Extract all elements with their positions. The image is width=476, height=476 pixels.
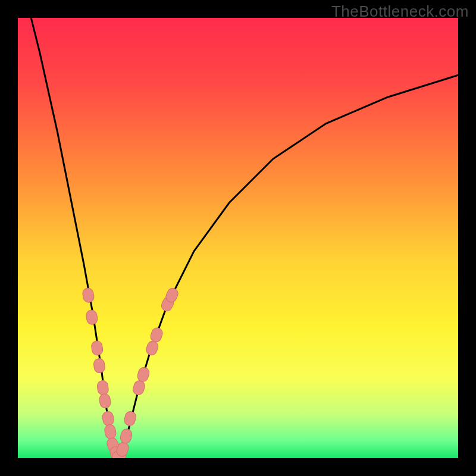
gradient-background [18, 18, 458, 458]
bottleneck-chart [18, 18, 458, 458]
chart-frame: TheBottleneck.com [0, 0, 476, 476]
watermark-text: TheBottleneck.com [331, 2, 469, 21]
plot-area [18, 18, 458, 458]
